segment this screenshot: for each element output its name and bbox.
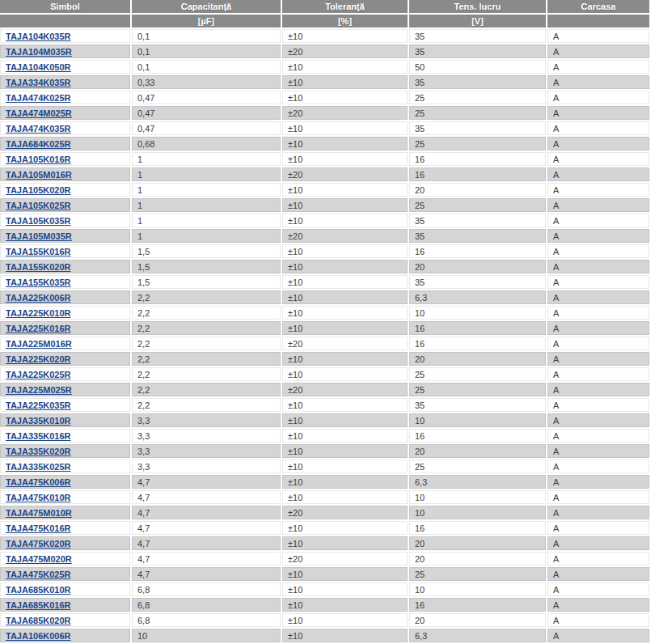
column-unit-simbol [0,15,130,28]
cell-case: A [547,29,649,43]
symbol-link[interactable]: TAJA225K035R [6,400,71,410]
symbol-link[interactable]: TAJA105M016R [6,170,72,180]
table-row: TAJA225K025R2,2±1025A [0,367,649,381]
cell-voltage: 16 [409,521,546,535]
cell-case: A [547,598,649,612]
cell-capacitance: 6,8 [132,583,281,596]
symbol-link[interactable]: TAJA105M035R [6,231,72,241]
table-row: TAJA335K020R3,3±1020A [0,444,649,458]
cell-voltage: 10 [409,490,546,504]
cell-symbol: TAJA105K025R [0,198,130,212]
symbol-link[interactable]: TAJA685K010R [6,585,71,595]
table-row: TAJA155K020R1,5±1020A [0,260,649,273]
symbol-link[interactable]: TAJA225M016R [6,339,72,349]
symbol-link[interactable]: TAJA475M010R [6,508,72,518]
symbol-link[interactable]: TAJA225K020R [6,354,71,364]
cell-case: A [547,337,649,350]
symbol-link[interactable]: TAJA105K035R [6,216,71,226]
symbol-link[interactable]: TAJA106K006R [6,631,71,641]
symbol-link[interactable]: TAJA155K035R [6,278,71,287]
cell-capacitance: 4,7 [132,506,281,519]
symbol-link[interactable]: TAJA105K016R [6,155,71,164]
symbol-link[interactable]: TAJA475M020R [6,554,72,564]
table-row: TAJA474M025R0,47±2025A [0,106,649,120]
header-row-labels: Simbol Capacitanţă Toleranţă Tens. lucru… [0,0,649,13]
cell-voltage: 20 [409,444,546,458]
cell-voltage: 35 [409,398,546,412]
symbol-link[interactable]: TAJA104K035R [6,32,71,41]
symbol-link[interactable]: TAJA225K025R [6,370,71,379]
cell-voltage: 25 [409,460,546,473]
symbol-link[interactable]: TAJA335K020R [6,447,71,456]
symbol-link[interactable]: TAJA474K025R [6,93,71,103]
symbol-link[interactable]: TAJA475K006R [6,477,71,487]
symbol-link[interactable]: TAJA225K006R [6,293,71,303]
cell-capacitance: 0,47 [132,106,281,120]
symbol-link[interactable]: TAJA335K016R [6,431,71,441]
symbol-link[interactable]: TAJA685K020R [6,616,71,625]
cell-symbol: TAJA334K035R [0,75,130,89]
symbol-link[interactable]: TAJA335K010R [6,416,71,426]
symbol-link[interactable]: TAJA225M025R [6,385,72,395]
cell-tolerance: ±10 [282,183,408,197]
cell-capacitance: 1,5 [132,260,281,273]
cell-tolerance: ±10 [282,352,408,366]
capacitor-parts-table: Simbol Capacitanţă Toleranţă Tens. lucru… [0,0,651,644]
cell-symbol: TAJA475K006R [0,475,130,489]
symbol-link[interactable]: TAJA104M035R [6,47,72,57]
cell-symbol: TAJA474M025R [0,106,130,120]
cell-tolerance: ±10 [282,444,408,458]
table-row: TAJA475M020R4,7±2020A [0,552,649,566]
cell-tolerance: ±10 [282,29,408,43]
cell-tolerance: ±10 [282,290,408,304]
cell-symbol: TAJA106K006R [0,629,130,642]
cell-case: A [547,536,649,550]
cell-case: A [547,475,649,489]
cell-voltage: 16 [409,598,546,612]
symbol-link[interactable]: TAJA685K016R [6,600,71,610]
cell-tolerance: ±10 [282,306,408,320]
symbol-link[interactable]: TAJA155K016R [6,247,71,256]
symbol-link[interactable]: TAJA104K050R [6,62,71,72]
cell-tolerance: ±10 [282,521,408,535]
cell-symbol: TAJA474K035R [0,121,130,135]
table-row: TAJA475K010R4,7±1010A [0,490,649,504]
symbol-link[interactable]: TAJA155K020R [6,262,71,272]
symbol-link[interactable]: TAJA475K025R [6,570,71,579]
symbol-link[interactable]: TAJA335K025R [6,462,71,472]
table-row: TAJA155K016R1,5±1016A [0,244,649,258]
cell-voltage: 25 [409,137,546,150]
cell-capacitance: 0,47 [132,91,281,104]
table-row: TAJA104M035R0,1±2035A [0,44,649,58]
symbol-link[interactable]: TAJA684K025R [6,139,71,149]
cell-capacitance: 1 [132,152,281,166]
cell-capacitance: 1 [132,229,281,243]
cell-symbol: TAJA104K035R [0,29,130,43]
cell-capacitance: 10 [132,629,281,642]
cell-symbol: TAJA475M010R [0,506,130,519]
symbol-link[interactable]: TAJA105K020R [6,185,71,195]
symbol-link[interactable]: TAJA474K035R [6,124,71,133]
cell-voltage: 35 [409,121,546,135]
cell-voltage: 16 [409,167,546,181]
cell-symbol: TAJA105K020R [0,183,130,197]
cell-case: A [547,152,649,166]
cell-capacitance: 2,2 [132,337,281,350]
symbol-link[interactable]: TAJA225K016R [6,324,71,333]
symbol-link[interactable]: TAJA475K020R [6,539,71,549]
cell-tolerance: ±10 [282,137,408,150]
table-row: TAJA685K010R6,8±1010A [0,583,649,596]
symbol-link[interactable]: TAJA225K010R [6,308,71,318]
symbol-link[interactable]: TAJA475K016R [6,523,71,533]
symbol-link[interactable]: TAJA334K035R [6,78,71,87]
cell-case: A [547,198,649,212]
symbol-link[interactable]: TAJA475K010R [6,493,71,502]
cell-case: A [547,460,649,473]
cell-capacitance: 0,68 [132,137,281,150]
table-row: TAJA335K025R3,3±1025A [0,460,649,473]
cell-capacitance: 6,8 [132,598,281,612]
symbol-link[interactable]: TAJA474M025R [6,108,72,118]
cell-tolerance: ±10 [282,598,408,612]
symbol-link[interactable]: TAJA105K025R [6,201,71,210]
cell-symbol: TAJA225K025R [0,367,130,381]
